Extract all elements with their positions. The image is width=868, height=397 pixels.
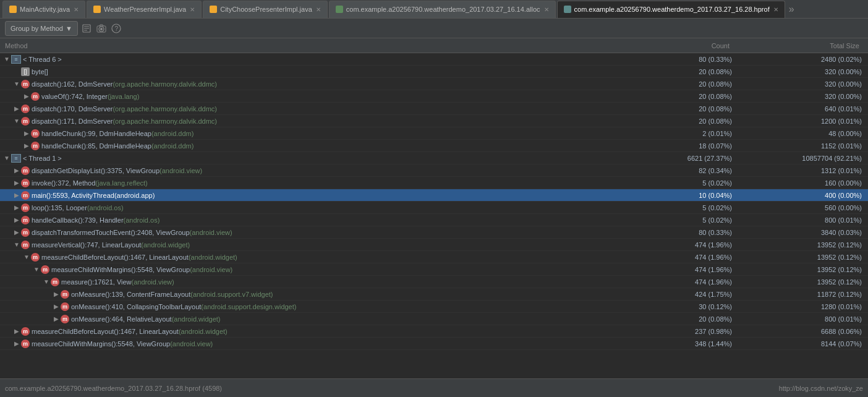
method-name-text: < Thread 6 > xyxy=(23,56,62,63)
expand-collapse-icon[interactable]: ▼ xyxy=(22,253,31,262)
size-cell: 13952 (0.12%) xyxy=(744,254,868,261)
table-row[interactable]: ▶mhandleCallback():739, Handler (android… xyxy=(0,214,868,226)
expand-right-icon[interactable]: ▶ xyxy=(12,179,21,187)
table-row[interactable]: ▼mmeasureChildBeforeLayout():1467, Linea… xyxy=(0,251,868,263)
expand-collapse-icon[interactable]: ▼ xyxy=(42,278,51,286)
size-cell: 2480 (0.02%) xyxy=(744,56,868,63)
size-cell: 640 (0.01%) xyxy=(744,105,868,113)
java-file-icon xyxy=(9,6,17,13)
expand-collapse-icon[interactable]: ▼ xyxy=(2,154,11,163)
method-name-text: handleChunk():85, DdmHandleHeap xyxy=(41,142,151,150)
table-row[interactable]: ▶mmeasureChildWithMargins():5548, ViewGr… xyxy=(0,338,868,350)
table-row[interactable]: ▶mvalueOf():742, Integer (java.lang)20 (… xyxy=(0,90,868,103)
method-icon: m xyxy=(41,265,49,274)
count-cell: 20 (0.08%) xyxy=(658,315,744,323)
table-row[interactable]: ▼mmeasure():17621, View (android.view)47… xyxy=(0,276,868,288)
method-name-text: measure():17621, View xyxy=(61,278,132,286)
edit-icon[interactable] xyxy=(82,23,91,33)
method-icon: m xyxy=(21,241,30,249)
tab-alloc[interactable]: com.example.a20256790.weatherdemo_2017.0… xyxy=(329,1,556,18)
table-row[interactable]: []byte[]20 (0.08%)320 (0.00%) xyxy=(0,66,868,78)
table-row[interactable]: ▶mhandleChunk():99, DdmHandleHeap (andro… xyxy=(0,127,868,140)
expand-right-icon[interactable]: ▶ xyxy=(12,228,21,237)
expand-right-icon[interactable]: ▶ xyxy=(12,191,21,200)
method-name-text: handleCallback():739, Handler xyxy=(32,216,124,224)
table-row[interactable]: ▼≡< Thread 1 >6621 (27.37%)10857704 (92.… xyxy=(0,152,868,164)
tab-close-icon[interactable]: ✕ xyxy=(316,6,321,13)
table-row[interactable]: ▼mdispatch():171, DdmServer (org.apache.… xyxy=(0,115,868,127)
method-icon: m xyxy=(61,302,69,311)
tab-close-icon[interactable]: ✕ xyxy=(74,6,79,13)
help-icon[interactable]: ? xyxy=(111,23,121,33)
expand-right-icon[interactable]: ▶ xyxy=(12,166,21,175)
camera-icon[interactable] xyxy=(96,23,106,33)
tab-mainactivity[interactable]: MainActivity.java ✕ xyxy=(2,1,85,18)
table-row[interactable]: ▶mdispatchTransformedTouchEvent():2408, … xyxy=(0,226,868,239)
table-row[interactable]: ▼≡< Thread 6 >80 (0.33%)2480 (0.02%) xyxy=(0,53,868,66)
table-row[interactable]: ▶mmeasureChildBeforeLayout():1467, Linea… xyxy=(0,325,868,338)
count-cell: 424 (1.75%) xyxy=(658,291,744,298)
table-row[interactable]: ▶mdispatchGetDisplayList():3375, ViewGro… xyxy=(0,164,868,177)
method-package-text: (android.os) xyxy=(87,204,124,211)
expand-right-icon[interactable]: ▶ xyxy=(22,92,31,101)
method-package-text: (android.os) xyxy=(124,216,160,224)
count-cell: 20 (0.08%) xyxy=(658,93,744,100)
more-tabs-icon[interactable]: » xyxy=(789,4,794,15)
expand-collapse-icon[interactable]: ▼ xyxy=(32,265,41,274)
method-icon: m xyxy=(61,290,69,299)
method-name-text: dispatch():171, DdmServer xyxy=(32,117,113,125)
table-row[interactable]: ▶mdispatch():170, DdmServer (org.apache.… xyxy=(0,103,868,115)
expand-right-icon[interactable]: ▶ xyxy=(52,302,61,311)
method-name-text: valueOf():742, Integer xyxy=(41,93,108,100)
table-row[interactable]: ▶mloop():135, Looper (android.os)5 (0.02… xyxy=(0,202,868,214)
method-name-text: invoke():372, Method xyxy=(32,179,95,187)
expand-collapse-icon[interactable]: ▼ xyxy=(12,117,21,126)
expand-right-icon[interactable]: ▶ xyxy=(22,142,31,150)
expand-right-icon[interactable]: ▶ xyxy=(12,327,21,336)
table-row[interactable]: ▶monMeasure():139, ContentFrameLayout (a… xyxy=(0,288,868,301)
tab-weatherpresenter[interactable]: WeatherPresenterImpl.java ✕ xyxy=(87,1,202,18)
expand-collapse-icon[interactable]: ▼ xyxy=(12,241,21,249)
count-cell: 474 (1.96%) xyxy=(658,254,744,261)
tab-hprof[interactable]: com.example.a20256790.weatherdemo_2017.0… xyxy=(557,1,785,18)
table-row[interactable]: ▶mmain():5593, ActivityThread (android.a… xyxy=(0,189,868,202)
group-by-method-button[interactable]: Group by Method ▼ xyxy=(5,21,78,36)
table-row[interactable]: ▼mmeasureVertical():747, LinearLayout (a… xyxy=(0,239,868,251)
method-icon: m xyxy=(21,339,30,348)
expand-right-icon[interactable]: ▶ xyxy=(12,203,21,212)
count-cell: 474 (1.96%) xyxy=(658,278,744,286)
count-cell: 80 (0.33%) xyxy=(658,229,744,236)
method-icon: m xyxy=(21,203,30,212)
count-cell: 18 (0.07%) xyxy=(658,142,744,150)
size-cell: 1312 (0.01%) xyxy=(744,167,868,174)
tab-hprof-label: com.example.a20256790.weatherdemo_2017.0… xyxy=(574,6,770,13)
tab-close-icon[interactable]: ✕ xyxy=(773,6,778,13)
table-row[interactable]: ▶mhandleChunk():85, DdmHandleHeap (andro… xyxy=(0,140,868,152)
table-row[interactable]: ▶monMeasure():464, RelativeLayout (andro… xyxy=(0,313,868,325)
table-row[interactable]: ▼mdispatch():162, DdmServer (org.apache.… xyxy=(0,78,868,90)
method-column-header: Method xyxy=(2,42,655,49)
method-package-text: (android.view) xyxy=(160,167,202,174)
count-cell: 474 (1.96%) xyxy=(658,241,744,249)
method-icon: m xyxy=(51,278,59,286)
tab-close-icon[interactable]: ✕ xyxy=(544,6,549,13)
size-cell: 800 (0.01%) xyxy=(744,315,868,323)
tab-close-icon[interactable]: ✕ xyxy=(190,6,195,13)
table-row[interactable]: ▶monMeasure():410, CollapsingToolbarLayo… xyxy=(0,301,868,313)
size-cell: 13952 (0.12%) xyxy=(744,241,868,249)
expand-right-icon[interactable]: ▶ xyxy=(12,216,21,224)
expand-collapse-icon[interactable]: ▼ xyxy=(12,80,21,88)
leaf-icon[interactable] xyxy=(12,67,21,76)
expand-collapse-icon[interactable]: ▼ xyxy=(2,55,11,64)
tab-citychoose[interactable]: CityChoosePresenterImpl.java ✕ xyxy=(203,1,328,18)
size-cell: 160 (0.00%) xyxy=(744,179,868,187)
thread-icon: ≡ xyxy=(11,154,21,163)
expand-right-icon[interactable]: ▶ xyxy=(52,290,61,299)
table-row[interactable]: ▶minvoke():372, Method (java.lang.reflec… xyxy=(0,177,868,189)
expand-right-icon[interactable]: ▶ xyxy=(52,315,61,323)
expand-right-icon[interactable]: ▶ xyxy=(12,339,21,348)
table-row[interactable]: ▼mmeasureChildWithMargins():5548, ViewGr… xyxy=(0,263,868,276)
expand-right-icon[interactable]: ▶ xyxy=(12,105,21,113)
expand-right-icon[interactable]: ▶ xyxy=(22,129,31,138)
size-cell: 400 (0.00%) xyxy=(744,192,868,199)
